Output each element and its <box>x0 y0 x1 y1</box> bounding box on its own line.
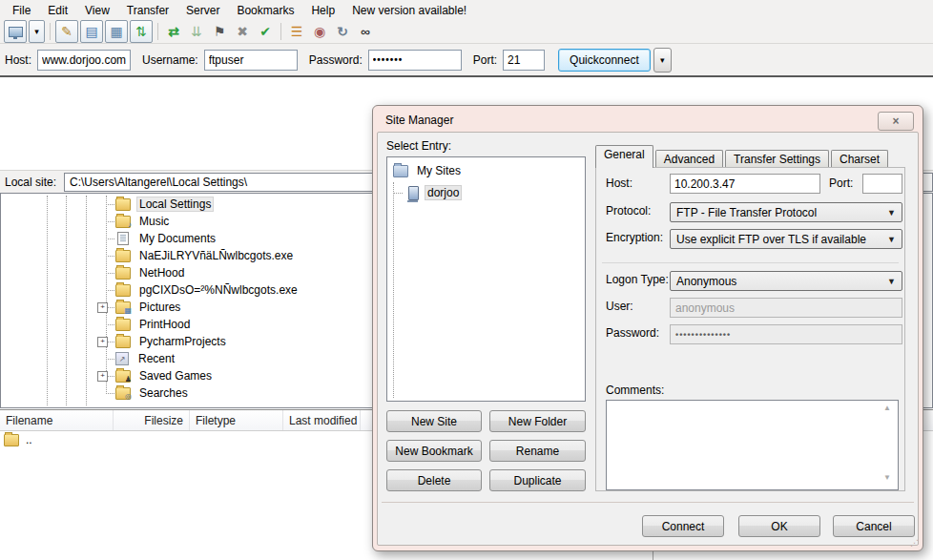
column-filename[interactable]: Filename <box>0 410 114 430</box>
site-port-input[interactable] <box>862 174 902 194</box>
site-manager-icon <box>9 27 23 37</box>
expand-icon[interactable]: + <box>97 302 108 313</box>
column-filesize[interactable]: Filesize <box>114 410 190 430</box>
quickconnect-dropdown-button[interactable]: ▾ <box>653 48 672 73</box>
tab-transfer-settings[interactable]: Transfer Settings <box>725 150 829 168</box>
logon-type-label: Logon Type: <box>606 273 669 286</box>
resize-grip[interactable]: ⋰ <box>910 538 920 548</box>
tab-charset[interactable]: Charset <box>831 150 888 168</box>
reconnect-button[interactable]: ✔ <box>255 21 276 42</box>
column-filetype[interactable]: Filetype <box>190 410 283 430</box>
tab-general[interactable]: General <box>595 145 653 168</box>
host-label: Host: <box>5 53 31 67</box>
toggle-remote-tree-button[interactable]: ▦ <box>105 20 128 43</box>
menu-new-version-notice[interactable]: New version available! <box>343 2 475 19</box>
toolbar-separator <box>50 23 51 40</box>
site-manager-dialog: Site Manager × Select Entry: My Sites do… <box>372 105 923 551</box>
column-last-modified[interactable]: Last modified <box>283 410 361 430</box>
expand-icon[interactable]: + <box>97 371 108 382</box>
port-input[interactable] <box>503 50 545 71</box>
tree-item-my-sites[interactable]: My Sites <box>387 162 591 179</box>
folder-icon <box>115 267 131 280</box>
comments-label: Comments: <box>606 384 664 397</box>
duplicate-button[interactable]: Duplicate <box>489 469 586 491</box>
delete-button[interactable]: Delete <box>386 469 482 491</box>
recent-shortcut-icon: ↗ <box>115 352 129 365</box>
menu-server[interactable]: Server <box>177 2 228 19</box>
tab-advanced[interactable]: Advanced <box>655 150 723 168</box>
new-bookmark-button[interactable]: New Bookmark <box>386 440 482 462</box>
scroll-up-icon[interactable]: ▲ <box>883 404 891 412</box>
tree-item-dorjoo[interactable]: dorjoo <box>387 184 606 201</box>
refresh-button[interactable]: ⇄ <box>163 21 184 42</box>
general-tab-pane: Host: Port: Protocol: FTP - File Transfe… <box>595 167 905 491</box>
saved-games-folder-icon: ♟ <box>115 370 131 383</box>
cancel-button[interactable]: Cancel <box>833 515 915 537</box>
directory-filter-button[interactable]: ☰ <box>286 21 307 42</box>
protocol-select[interactable]: FTP - File Transfer Protocol▼ <box>670 202 902 222</box>
toggle-local-tree-button[interactable]: ▤ <box>80 20 103 43</box>
new-folder-button[interactable]: New Folder <box>489 410 586 432</box>
menu-transfer[interactable]: Transfer <box>118 2 177 19</box>
user-input-disabled: anonymous <box>670 298 902 318</box>
password-label: Password: <box>606 326 659 340</box>
message-log-icon: ✎ <box>61 25 73 38</box>
local-tree-icon: ▤ <box>85 25 97 38</box>
menu-bar: File Edit View Transfer Server Bookmarks… <box>0 0 933 20</box>
ok-button[interactable]: OK <box>738 515 820 537</box>
filezilla-window: File Edit View Transfer Server Bookmarks… <box>0 0 933 560</box>
password-input[interactable] <box>368 50 462 71</box>
pictures-folder-icon: ▦ <box>115 301 131 314</box>
sites-folder-icon <box>393 165 408 177</box>
username-label: Username: <box>142 53 198 67</box>
new-site-button[interactable]: New Site <box>386 410 482 432</box>
menu-file[interactable]: File <box>4 2 39 19</box>
folder-icon <box>115 250 131 262</box>
folder-icon <box>115 198 131 211</box>
sync-browsing-icon: ↻ <box>337 25 348 38</box>
logon-type-select[interactable]: Anonymous▼ <box>670 271 902 291</box>
folder-icon <box>115 319 131 331</box>
remote-tree-icon: ▦ <box>110 25 122 38</box>
find-files-button[interactable]: ∞ <box>355 21 376 42</box>
disconnect-icon: ✖ <box>237 25 248 38</box>
menu-view[interactable]: View <box>76 2 118 19</box>
menu-bookmarks[interactable]: Bookmarks <box>228 2 302 19</box>
toggle-transfer-queue-button[interactable]: ⇅ <box>130 20 153 43</box>
menu-help[interactable]: Help <box>302 2 343 19</box>
quickconnect-button[interactable]: Quickconnect <box>558 49 651 72</box>
cancel-flag-icon: ⚑ <box>214 25 226 38</box>
comments-textarea[interactable] <box>606 400 899 490</box>
toolbar-separator <box>157 23 158 40</box>
rename-button[interactable]: Rename <box>489 440 586 462</box>
chevron-down-icon: ▼ <box>887 277 896 286</box>
disconnect-button[interactable]: ✖ <box>232 21 253 42</box>
site-manager-button[interactable] <box>4 20 27 43</box>
synchronized-browsing-button[interactable]: ↻ <box>332 21 353 42</box>
password-label: Password: <box>309 53 363 67</box>
username-input[interactable] <box>204 50 298 71</box>
close-icon[interactable]: × <box>878 112 914 131</box>
folder-icon <box>4 434 19 446</box>
scroll-down-icon[interactable]: ▼ <box>883 473 891 482</box>
toolbar: ▾ ✎ ▤ ▦ ⇅ ⇄ ⇊ ⚑ ✖ ✔ ☰ ◉ ↻ ∞ <box>0 20 933 44</box>
search-folder-icon: ◎ <box>115 387 131 400</box>
folder-icon <box>115 336 131 348</box>
directory-comparison-button[interactable]: ◉ <box>309 21 330 42</box>
cancel-operation-button[interactable]: ⚑ <box>209 21 230 42</box>
connect-button[interactable]: Connect <box>642 515 724 537</box>
toggle-message-log-button[interactable]: ✎ <box>55 20 78 43</box>
port-label: Port: <box>473 53 497 67</box>
refresh-icon: ⇄ <box>168 25 179 38</box>
folder-icon <box>115 284 131 297</box>
menu-edit[interactable]: Edit <box>39 2 76 19</box>
site-host-input[interactable] <box>670 174 820 194</box>
group-separator <box>602 262 899 263</box>
encryption-select[interactable]: Use explicit FTP over TLS if available▼ <box>670 229 902 249</box>
expand-icon[interactable]: + <box>97 337 108 347</box>
host-input[interactable] <box>37 50 131 71</box>
process-queue-button[interactable]: ⇊ <box>186 21 207 42</box>
transfer-queue-icon: ⇅ <box>135 25 147 38</box>
process-queue-icon: ⇊ <box>191 25 202 38</box>
site-manager-dropdown-button[interactable]: ▾ <box>29 20 45 43</box>
